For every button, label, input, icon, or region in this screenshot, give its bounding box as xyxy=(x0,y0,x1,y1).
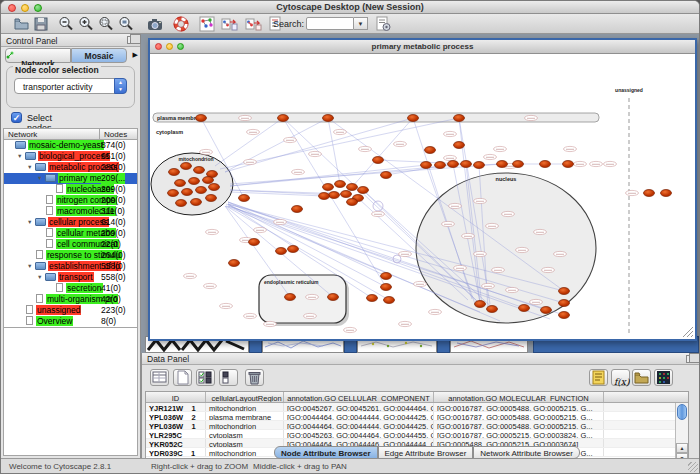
import-attributes-icon[interactable] xyxy=(632,369,651,386)
table-cell[interactable]: plasma membrane xyxy=(206,412,284,420)
table-cell[interactable]: [GO:0016787, GO:0005488, GO:0005215, G..… xyxy=(434,403,604,411)
float-panel-icon[interactable] xyxy=(127,36,136,44)
tab-mosaic[interactable]: Mosaic xyxy=(71,48,127,63)
table-cell[interactable]: [GO:0016787, GO:0005488, GO:0005215, G..… xyxy=(434,412,604,420)
status-pan-hint: Middle-click + drag to PAN xyxy=(253,462,347,471)
table-cell[interactable]: YPL036W__1 xyxy=(146,421,206,429)
attribute-batch-icon[interactable] xyxy=(589,369,608,386)
column-header[interactable]: _cellularLayoutRegion xyxy=(206,392,284,402)
tab-network[interactable]: Network xyxy=(5,48,71,63)
function-builder-icon[interactable]: f(x) xyxy=(611,369,630,386)
table-cell[interactable]: cytoplasm xyxy=(206,439,284,447)
table-cell[interactable]: [GO:0016787, GO:0005488, GO:0005215, G..… xyxy=(434,421,604,429)
tree-row[interactable]: cell communicat22(0) xyxy=(4,239,137,250)
save-session-icon[interactable] xyxy=(33,16,50,32)
table-row[interactable]: YPL036W__1mitochondrion[GO:0044464, GO:0… xyxy=(146,421,688,430)
tab-edge-attribute-browser[interactable]: Edge Attribute Browser xyxy=(378,446,474,459)
tree-column-network[interactable]: Network xyxy=(3,128,100,140)
table-cell[interactable]: cytoplasm xyxy=(206,430,284,438)
node-color-dropdown[interactable]: transporter activity ▲▼ xyxy=(14,78,127,94)
table-cell[interactable]: YDR039C__1 xyxy=(146,448,206,456)
table-cell[interactable]: YPL036W__2 xyxy=(146,412,206,420)
tab-overflow-arrow-icon[interactable]: ▶ xyxy=(133,51,138,59)
tree-row[interactable]: unassigned223(0) xyxy=(4,305,137,316)
tree-row-label: mosaic-demo-yeast xyxy=(28,140,104,150)
file-icon xyxy=(46,228,53,237)
select-attributes-icon[interactable] xyxy=(196,369,215,386)
tree-row[interactable]: secretion41(0) xyxy=(4,283,137,294)
attribute-matrix-icon[interactable] xyxy=(654,369,673,386)
search-dropdown-icon[interactable]: ▼ xyxy=(354,17,368,30)
zoom-fit-icon[interactable] xyxy=(98,16,115,32)
zoom-out-icon[interactable] xyxy=(58,16,75,32)
table-cell[interactable]: YJR121W__1 xyxy=(146,403,206,411)
tree-row[interactable]: nucleobase-209(0) xyxy=(4,184,137,195)
scroll-up-icon[interactable]: ▲ xyxy=(676,443,688,453)
tree-row[interactable]: ▼cellular process614(0) xyxy=(4,217,137,228)
tree-row[interactable]: response to stimulu264(0) xyxy=(4,250,137,261)
tree-row[interactable]: ▼primary metabo209(... xyxy=(4,173,137,184)
tree-row-node-count: 651(0) xyxy=(101,151,126,162)
table-cell[interactable]: [GO:0044464, GO:0044444, GO:0044425, G..… xyxy=(284,412,434,420)
search-input[interactable] xyxy=(306,17,354,30)
new-network-from-selected-nodes-icon[interactable] xyxy=(221,16,238,32)
zoom-selected-region-icon[interactable] xyxy=(118,16,135,32)
snapshot-icon[interactable] xyxy=(147,16,164,32)
table-cell[interactable]: YLR295C xyxy=(146,430,206,438)
tree-row[interactable]: ▼establishment of lo558(0) xyxy=(4,261,137,272)
new-network-from-selection-icon[interactable] xyxy=(245,16,262,32)
tree-row[interactable]: ▼transport558(0) xyxy=(4,272,137,283)
network-canvas[interactable]: plasma membranecytoplasmmitochondrionnuc… xyxy=(150,54,695,339)
dropdown-value: transporter activity xyxy=(23,82,92,92)
tree-row[interactable]: ▼biological_process651(0) xyxy=(4,151,137,162)
table-cell[interactable]: mitochondrion xyxy=(206,403,284,411)
table-cell[interactable]: YKR052C xyxy=(146,439,206,447)
table-row[interactable]: YJR121W__1mitochondrion[GO:0045267, GO:0… xyxy=(146,403,688,412)
tree-row[interactable]: ▼metabolic process280(0) xyxy=(4,162,137,173)
status-welcome: Welcome to Cytoscape 2.8.1 xyxy=(9,462,111,471)
column-header[interactable]: ID xyxy=(146,392,206,402)
zoom-in-icon[interactable] xyxy=(78,16,95,32)
table-row[interactable]: YLR295Ccytoplasm[GO:0045263, GO:0044464,… xyxy=(146,430,688,439)
table-cell[interactable]: mitochondrion xyxy=(206,421,284,429)
scrollbar-thumb[interactable] xyxy=(677,404,687,420)
network-overview-icon[interactable] xyxy=(199,16,216,32)
tree-row[interactable]: Overview8(0) xyxy=(4,316,137,327)
create-attribute-icon[interactable] xyxy=(173,369,192,386)
tree-row[interactable]: cellular metabo209(0) xyxy=(4,228,137,239)
select-nodes-checkbox[interactable]: ✓ xyxy=(11,112,22,123)
table-cell[interactable]: [GO:0044464, GO:0044444, GO:0044425, G..… xyxy=(284,421,434,429)
show-attribute-table-icon[interactable] xyxy=(150,369,169,386)
expand-arrow-icon[interactable]: ▼ xyxy=(17,153,25,159)
configure-search-icon[interactable] xyxy=(375,16,392,32)
tab-network-attribute-browser[interactable]: Network Attribute Browser xyxy=(473,446,579,459)
resize-grip[interactable] xyxy=(688,462,698,472)
table-cell[interactable]: mitochondrion xyxy=(206,448,284,456)
expand-arrow-icon[interactable]: ▼ xyxy=(27,219,35,225)
tab-node-attribute-browser[interactable]: Node Attribute Browser xyxy=(274,446,378,459)
network-graph[interactable]: plasma membranecytoplasmmitochondrionnuc… xyxy=(150,54,695,339)
expand-arrow-icon[interactable]: ▼ xyxy=(37,274,45,280)
column-header[interactable]: annotation.GO MOLECULAR_FUNCTION xyxy=(434,392,604,402)
tree-column-nodes[interactable]: Nodes xyxy=(99,128,138,140)
table-cell[interactable]: [GO:0045267, GO:0045261, GO:0044464, G..… xyxy=(284,403,434,411)
unselect-attributes-icon[interactable] xyxy=(219,369,238,386)
expand-arrow-icon[interactable]: ▼ xyxy=(37,175,45,181)
file-icon xyxy=(26,316,33,325)
float-panel-icon[interactable] xyxy=(686,355,695,363)
network-window-title-bar[interactable]: primary metabolic process xyxy=(150,40,695,54)
tree-row[interactable]: mosaic-demo-yeast874(0) xyxy=(4,140,137,151)
tree-row[interactable]: macromolecule311(0) xyxy=(4,206,137,217)
tree-row[interactable]: multi-organism pro42(0) xyxy=(4,294,137,305)
expand-arrow-icon[interactable]: ▼ xyxy=(27,164,35,170)
delete-attribute-icon[interactable] xyxy=(245,369,264,386)
help-lifesaver-icon[interactable] xyxy=(173,16,190,32)
open-file-icon[interactable] xyxy=(13,16,30,32)
tree-row[interactable]: nitrogen compo209(0) xyxy=(4,195,137,206)
table-scrollbar[interactable]: ▲ ▼ xyxy=(675,403,688,463)
expand-arrow-icon[interactable]: ▼ xyxy=(27,263,35,269)
column-header[interactable]: annotation.GO CELLULAR_COMPONENT xyxy=(284,392,434,402)
table-cell[interactable]: [GO:0045263, GO:0044464, GO:0044455, G..… xyxy=(284,430,434,438)
table-cell[interactable]: [GO:0016787, GO:0005215, GO:0003824, G..… xyxy=(434,430,604,438)
table-row[interactable]: YPL036W__2plasma membrane[GO:0044464, GO… xyxy=(146,412,688,421)
